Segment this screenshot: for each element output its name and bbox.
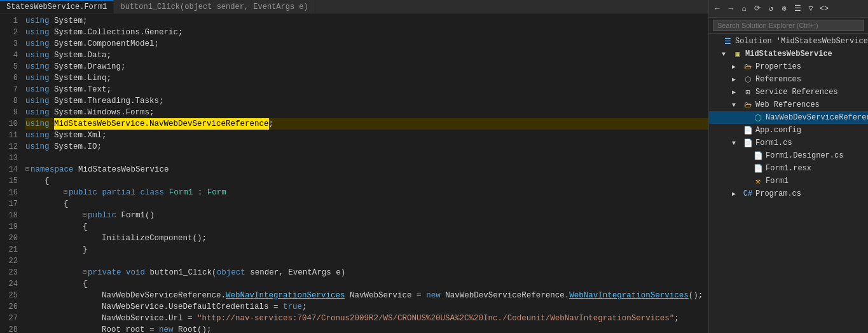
navwebref-label: NavWebDevServiceReference [766, 113, 868, 122]
code-line [25, 255, 708, 267]
toggle-project[interactable]: ▼ [722, 51, 732, 58]
tab-form1-label: StatesWebService.Form1 [6, 3, 107, 11]
tab-form1[interactable]: StatesWebService.Form1 [0, 0, 114, 13]
home-icon[interactable]: ⌂ [738, 3, 750, 15]
properties-icon: 🗁 [742, 62, 754, 72]
form1cs-label: Form1.cs [755, 139, 792, 147]
tree-item-web-refs[interactable]: ▼ 🗁 Web References [709, 99, 868, 111]
code-line: using System; [25, 15, 708, 27]
svc-refs-icon: ⊡ [742, 87, 754, 97]
code-line: ⊟private void button1_Click(object sende… [25, 267, 708, 278]
code-icon[interactable]: <> [818, 3, 830, 15]
toggle-form1cs[interactable]: ▼ [732, 140, 742, 147]
code-line: using System.Windows.Forms; [25, 107, 708, 118]
settings-icon[interactable]: ⚙ [778, 3, 790, 15]
code-line: { [25, 198, 708, 210]
search-bar [709, 18, 868, 34]
tab-button-label: button1_Click(object sender, EventArgs e… [120, 3, 308, 11]
filter-icon[interactable]: ▽ [805, 3, 816, 15]
code-line: using System.Data; [25, 50, 708, 61]
project-label: MidStatesWebService [745, 50, 832, 58]
tree-item-form1designer[interactable]: 📄 Form1.Designer.cs [709, 149, 868, 162]
code-line-highlighted: using MidStatesWebService.NavWebDevServi… [25, 118, 708, 130]
code-line: using System.Threading.Tasks; [25, 95, 708, 107]
web-refs-label: Web References [755, 100, 820, 109]
code-line: { [25, 278, 708, 290]
tree-item-project[interactable]: ▼ ▣ MidStatesWebService [709, 48, 868, 60]
properties-label: Properties [755, 62, 801, 71]
appconfig-label: App.config [755, 126, 801, 135]
code-line: { [25, 221, 708, 233]
tree-item-program[interactable]: ▶ C# Program.cs [709, 187, 868, 200]
line-numbers: 1 2 3 4 5 6 7 8 9 10 11 12 13 14 15 16 1… [0, 14, 23, 333]
search-input[interactable] [713, 20, 864, 31]
program-label: Program.cs [755, 189, 801, 198]
solution-label: Solution 'MidStatesWebService' (1 projec… [735, 37, 868, 46]
editor-panel: StatesWebService.Form1 button1_Click(obj… [0, 0, 709, 333]
references-label: References [755, 75, 801, 84]
code-line: NavWebService.Url = "http://nav-services… [25, 313, 708, 324]
form1cs-icon: 📄 [742, 138, 754, 148]
code-line: using System.Text; [25, 84, 708, 95]
code-line: { [25, 175, 708, 187]
solution-explorer-panel: ← → ⌂ ⟳ ↺ ⚙ ☰ ▽ <> ☰ Solution 'MidStates… [709, 0, 868, 333]
code-content[interactable]: using System; using System.Collections.G… [23, 14, 708, 333]
toggle-properties[interactable]: ▶ [732, 63, 742, 71]
tab-button[interactable]: button1_Click(object sender, EventArgs e… [114, 0, 315, 13]
tree-item-svc-refs[interactable]: ▶ ⊡ Service References [709, 86, 868, 99]
sync-icon[interactable]: ⟳ [752, 3, 763, 15]
code-area: 1 2 3 4 5 6 7 8 9 10 11 12 13 14 15 16 1… [0, 14, 708, 333]
code-line: using System.Collections.Generic; [25, 27, 708, 38]
code-line: using System.Linq; [25, 72, 708, 84]
code-line: NavWebDevServiceReference.WebNavIntegrat… [25, 290, 708, 301]
navwebref-icon: ⬡ [752, 112, 764, 123]
web-refs-icon: 🗁 [742, 100, 754, 110]
code-line: using System.ComponentModel; [25, 38, 708, 50]
tree-item-solution[interactable]: ☰ Solution 'MidStatesWebService' (1 proj… [709, 35, 868, 48]
form1resx-icon: 📄 [752, 163, 764, 173]
form1designer-label: Form1.Designer.cs [766, 151, 843, 160]
form1resx-label: Form1.resx [766, 164, 811, 173]
toggle-references[interactable]: ▶ [732, 76, 742, 83]
code-line: using System.IO; [25, 141, 708, 153]
code-line: ⊟namespace MidStatesWebService [25, 164, 708, 175]
back-icon[interactable]: ← [712, 3, 723, 15]
collapse-icon[interactable]: ⊟ [64, 187, 67, 198]
tree-item-form1[interactable]: ⚒ Form1 [709, 175, 868, 187]
form1designer-icon: 📄 [752, 151, 764, 161]
code-line: Root root = new Root(); [25, 324, 708, 333]
appconfig-icon: 📄 [742, 125, 754, 135]
tree-item-form1cs[interactable]: ▼ 📄 Form1.cs [709, 137, 868, 149]
tree-item-form1resx[interactable]: 📄 Form1.resx [709, 162, 868, 175]
code-line [25, 153, 708, 164]
form1-label: Form1 [766, 177, 789, 186]
tree-item-references[interactable]: ▶ ⬡ References [709, 73, 868, 86]
solution-tree: ☰ Solution 'MidStatesWebService' (1 proj… [709, 34, 868, 333]
tree-item-properties[interactable]: ▶ 🗁 Properties [709, 60, 868, 73]
tree-item-appconfig[interactable]: 📄 App.config [709, 124, 868, 137]
solution-icon: ☰ [722, 36, 733, 46]
refresh-icon[interactable]: ↺ [765, 3, 776, 15]
collapse-icon[interactable]: ⊟ [83, 210, 86, 221]
code-line: using System.Xml; [25, 130, 708, 141]
forward-icon[interactable]: → [725, 3, 736, 15]
menu-icon[interactable]: ☰ [792, 3, 803, 15]
tree-item-navwebref[interactable]: ⬡ NavWebDevServiceReference [709, 111, 868, 124]
project-icon: ▣ [732, 49, 743, 59]
code-line: ⊟public partial class Form1 : Form [25, 187, 708, 198]
code-line: InitializeComponent(); [25, 233, 708, 244]
toggle-program[interactable]: ▶ [732, 190, 742, 198]
toggle-svc-refs[interactable]: ▶ [732, 88, 742, 96]
form1-icon: ⚒ [752, 176, 764, 186]
solution-explorer-toolbar: ← → ⌂ ⟳ ↺ ⚙ ☰ ▽ <> [709, 0, 868, 18]
collapse-icon[interactable]: ⊟ [83, 267, 86, 278]
code-line: NavWebService.UseDefaultCredentials = tr… [25, 301, 708, 313]
svc-refs-label: Service References [755, 88, 838, 97]
toggle-web-refs[interactable]: ▼ [732, 102, 742, 109]
references-icon: ⬡ [742, 74, 754, 85]
code-line: ⊟public Form1() [25, 210, 708, 221]
code-line: using System.Drawing; [25, 61, 708, 72]
program-icon: C# [742, 189, 754, 199]
tab-bar: StatesWebService.Form1 button1_Click(obj… [0, 0, 708, 14]
collapse-icon[interactable]: ⊟ [25, 164, 29, 175]
